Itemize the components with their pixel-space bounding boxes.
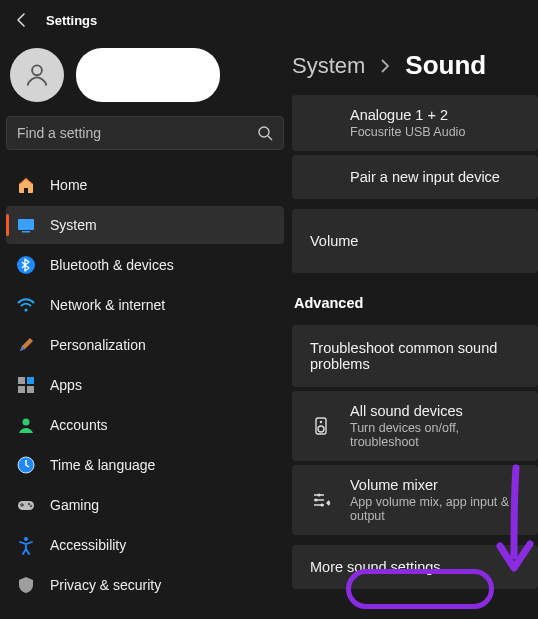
svg-point-0 [32,65,42,75]
tile-pair-input[interactable]: Pair a new input device [292,155,538,199]
nav-label: Home [50,177,87,193]
tile-title: Volume [310,233,524,249]
wifi-icon [16,295,36,315]
tile-troubleshoot[interactable]: Troubleshoot common sound problems [292,325,538,387]
nav-label: Time & language [50,457,155,473]
nav-label: Accounts [50,417,108,433]
user-name-redacted [76,48,220,102]
search-button[interactable] [247,125,283,141]
main-panel: System Sound Analogue 1 + 2 Focusrite US… [290,36,538,619]
svg-point-11 [23,419,30,426]
avatar [10,48,64,102]
svg-rect-3 [18,219,34,230]
sidebar-item-accessibility[interactable]: Accessibility [6,526,284,564]
nav-label: Gaming [50,497,99,513]
tile-all-sound-devices[interactable]: All sound devices Turn devices on/off, t… [292,391,538,461]
speaker-icon [310,415,332,437]
accounts-icon [16,415,36,435]
svg-line-2 [268,136,272,140]
sidebar-item-bluetooth[interactable]: Bluetooth & devices [6,246,284,284]
system-icon [16,215,36,235]
tile-volume[interactable]: Volume [292,209,538,273]
breadcrumb-current: Sound [405,50,486,81]
svg-rect-9 [18,386,25,393]
accessibility-icon [16,535,36,555]
apps-icon [16,375,36,395]
nav-label: Privacy & security [50,577,161,593]
user-account-row[interactable] [6,40,284,112]
back-arrow-icon [14,12,30,28]
tile-title: Pair a new input device [350,169,524,185]
breadcrumb: System Sound [292,40,538,95]
svg-point-23 [320,503,323,506]
sidebar-item-accounts[interactable]: Accounts [6,406,284,444]
svg-point-20 [320,421,322,423]
sidebar-item-privacy[interactable]: Privacy & security [6,566,284,604]
person-icon [23,61,51,89]
sidebar-item-home[interactable]: Home [6,166,284,204]
app-title: Settings [46,13,97,28]
shield-icon [16,575,36,595]
svg-point-1 [259,127,269,137]
tile-sub: App volume mix, app input & output [350,495,524,523]
svg-point-19 [318,426,324,432]
breadcrumb-parent[interactable]: System [292,53,365,79]
svg-point-22 [314,498,317,501]
sidebar: Home System Bluetooth & devices [0,36,290,619]
search-icon [257,125,273,141]
sidebar-item-gaming[interactable]: Gaming [6,486,284,524]
tile-volume-mixer[interactable]: Volume mixer App volume mix, app input &… [292,465,538,535]
clock-globe-icon [16,455,36,475]
svg-rect-8 [27,377,34,384]
tile-title: More sound settings [310,559,524,575]
back-button[interactable] [14,12,30,28]
nav-label: Accessibility [50,537,126,553]
svg-point-15 [28,503,30,505]
tile-sub: Focusrite USB Audio [350,125,524,139]
paintbrush-icon [16,335,36,355]
sidebar-item-personalization[interactable]: Personalization [6,326,284,364]
nav-label: Apps [50,377,82,393]
svg-rect-7 [18,377,25,384]
nav-label: Bluetooth & devices [50,257,174,273]
svg-rect-10 [27,386,34,393]
tile-more-sound-settings[interactable]: More sound settings [292,545,538,589]
tile-title: Troubleshoot common sound problems [310,340,524,372]
tile-title: All sound devices [350,403,524,419]
tile-input-device[interactable]: Analogue 1 + 2 Focusrite USB Audio [292,95,538,151]
bluetooth-icon [16,255,36,275]
mixer-icon [310,489,332,511]
chevron-right-icon [379,58,391,74]
gamepad-icon [16,495,36,515]
svg-point-6 [24,308,27,311]
svg-point-21 [317,493,320,496]
svg-point-16 [30,505,32,507]
nav-label: System [50,217,97,233]
tile-title: Analogue 1 + 2 [350,107,524,123]
sidebar-item-network[interactable]: Network & internet [6,286,284,324]
search-box[interactable] [6,116,284,150]
tile-title: Volume mixer [350,477,524,493]
nav: Home System Bluetooth & devices [6,166,284,604]
sidebar-item-time[interactable]: Time & language [6,446,284,484]
sidebar-item-apps[interactable]: Apps [6,366,284,404]
nav-label: Network & internet [50,297,165,313]
svg-point-17 [24,537,28,541]
sidebar-item-system[interactable]: System [6,206,284,244]
home-icon [16,175,36,195]
svg-rect-4 [22,231,30,233]
tile-sub: Turn devices on/off, troubleshoot [350,421,524,449]
section-header-advanced: Advanced [292,277,538,321]
search-input[interactable] [7,125,247,141]
nav-label: Personalization [50,337,146,353]
